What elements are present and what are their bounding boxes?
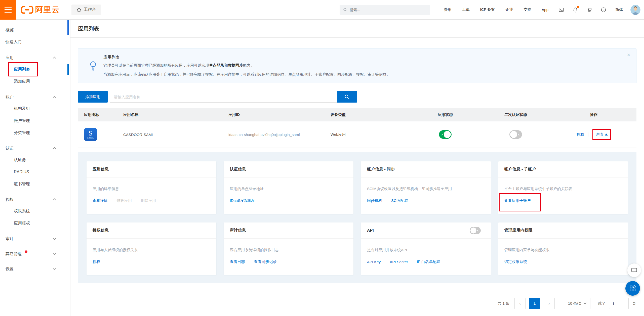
- sidebar-scrollbar-thumb[interactable]: [67, 20, 69, 35]
- sidebar-group-account[interactable]: 账户: [0, 92, 70, 103]
- sidebar-item-app-authorization[interactable]: 应用授权: [0, 217, 70, 229]
- col-device-type: 设备类型: [327, 112, 410, 117]
- banner-line-2: 当添加完应用后，应该确认应用处于启用状态，并已经完成了授权。在应用详情中，可以看…: [103, 71, 621, 78]
- toolbar: 添加应用: [78, 91, 636, 103]
- sidebar-group-application[interactable]: 应用: [0, 52, 70, 63]
- app-status-toggle[interactable]: ✓: [439, 130, 452, 139]
- chevron-up-icon: [53, 96, 56, 99]
- workbench-button[interactable]: 工作台: [71, 5, 101, 15]
- add-app-button[interactable]: 添加应用: [78, 91, 108, 103]
- pagination: 共 1 条 ‹ 1 › 10 条/页 跳至 页: [78, 298, 636, 309]
- divider: [66, 7, 66, 13]
- sidebar-group-authentication[interactable]: 认证: [0, 143, 70, 154]
- alibaba-cloud-logo[interactable]: 阿里云: [21, 5, 60, 15]
- col-app-icon: 应用图标: [78, 112, 121, 117]
- sidebar-item-account-mgmt[interactable]: 账户管理: [0, 115, 70, 127]
- chevron-down-icon: [53, 237, 56, 240]
- help-button[interactable]: ?: [601, 7, 606, 13]
- sidebar-group-authorization[interactable]: 授权: [0, 194, 70, 205]
- api-toggle[interactable]: x: [470, 227, 481, 234]
- card-in-app-permissions: 管理应用内权限 管理应用内菜单与功能权限 绑定权限系统: [498, 222, 628, 275]
- col-app-name: 应用名称: [121, 112, 226, 117]
- sidebar-item-cert-mgmt[interactable]: 证书管理: [0, 178, 70, 190]
- sync-org-link[interactable]: 同步机构: [367, 198, 382, 203]
- language-switch[interactable]: 简体: [615, 7, 623, 12]
- cloud-shell-button[interactable]: [558, 7, 564, 13]
- search-icon: [343, 8, 347, 12]
- home-icon: [76, 7, 82, 12]
- api-secret-link[interactable]: API Secret: [390, 260, 408, 264]
- nav-enterprise[interactable]: 企业: [505, 7, 513, 12]
- chevron-down-icon: [583, 301, 587, 304]
- cell-device-type: Web应用: [327, 132, 410, 137]
- app-detail-panel: 应用信息 应用的详细信息 查看详情 修改应用 删除应用: [78, 152, 636, 283]
- sidebar: 概览 快速入门 应用 应用列表 添加应用 账户 机构及组 账户管理 分类管理 认…: [0, 20, 70, 316]
- current-page[interactable]: 1: [529, 298, 540, 309]
- authorize-action[interactable]: 授权: [577, 132, 584, 137]
- card-auth-info: 认证信息 应用的单点登录地址 IDaaS发起地址: [224, 161, 354, 214]
- hamburger-menu-button[interactable]: [0, 0, 16, 20]
- view-details-link[interactable]: 查看详情: [93, 198, 108, 203]
- search-button[interactable]: [337, 91, 357, 103]
- notifications-button[interactable]: [573, 7, 578, 13]
- chat-icon: [631, 267, 637, 274]
- authorize-link[interactable]: 授权: [93, 259, 100, 264]
- sidebar-group-other-mgmt[interactable]: 其它管理: [0, 248, 70, 259]
- user-avatar[interactable]: [630, 5, 640, 15]
- bind-permission-system-link[interactable]: 绑定权限系统: [504, 259, 527, 264]
- bulb-icon: [89, 61, 97, 72]
- red-dot-badge: [25, 250, 27, 253]
- next-page-button[interactable]: ›: [544, 298, 555, 309]
- api-key-link[interactable]: API Key: [367, 260, 381, 264]
- prev-page-button[interactable]: ‹: [514, 298, 526, 309]
- cart-button[interactable]: [587, 7, 592, 13]
- sidebar-item-permission-systems[interactable]: 权限系统: [0, 205, 70, 217]
- sidebar-group-audit[interactable]: 审计: [0, 233, 70, 244]
- page-size-select[interactable]: 10 条/页: [564, 298, 590, 309]
- divider: [0, 50, 70, 50]
- sidebar-item-quick-start[interactable]: 快速入门: [0, 36, 70, 48]
- sidebar-item-add-app[interactable]: 添加应用: [0, 75, 70, 87]
- sidebar-item-category-mgmt[interactable]: 分类管理: [0, 127, 70, 139]
- idaas-sso-url-link[interactable]: IDaaS发起地址: [230, 198, 256, 203]
- app-search-input[interactable]: [110, 91, 337, 103]
- detail-action[interactable]: 详情: [592, 129, 611, 140]
- modify-app-link: 修改应用: [117, 198, 132, 203]
- close-icon[interactable]: ×: [625, 51, 632, 59]
- feedback-chat-button[interactable]: [627, 263, 641, 277]
- view-logs-link[interactable]: 查看日志: [230, 259, 245, 264]
- topbar-right: 费用 工单 ICP 备案 企业 支持 App: [340, 5, 644, 15]
- nav-support[interactable]: 支持: [524, 7, 531, 12]
- card-account-sync: 账户信息 - 同步 SCIM协议设置以及把组织机构、组同步推送至应用 同步机构 …: [361, 161, 491, 214]
- nav-billing[interactable]: 费用: [444, 7, 451, 12]
- ip-whitelist-link[interactable]: IP 白名单配置: [417, 259, 440, 264]
- nav-app[interactable]: App: [542, 8, 548, 12]
- table-header: 应用图标 应用名称 应用ID 设备类型 应用状态 二次认证状态 操作: [78, 108, 636, 121]
- scim-config-link[interactable]: SCIM配置: [391, 198, 408, 203]
- nav-icp[interactable]: ICP 备案: [480, 7, 495, 12]
- col-second-auth-status: 二次认证状态: [480, 112, 551, 117]
- sidebar-item-app-list[interactable]: 应用列表: [0, 63, 70, 75]
- search-icon: [344, 94, 349, 99]
- sidebar-item-auth-sources[interactable]: 认证源: [0, 154, 70, 166]
- cart-icon: [587, 7, 592, 13]
- app-switcher-button[interactable]: [625, 281, 640, 296]
- view-sub-accounts-link[interactable]: 查看应用子账户: [504, 198, 531, 203]
- brand-name: 阿里云: [35, 5, 60, 15]
- banner-title: 应用列表: [103, 55, 621, 60]
- workbench-label: 工作台: [84, 7, 96, 12]
- sidebar-item-radius[interactable]: RADIUS: [0, 166, 70, 178]
- cell-app-name: CASDOOR-SAML: [121, 132, 226, 137]
- sidebar-group-settings[interactable]: 设置: [0, 263, 70, 275]
- jump-to-input[interactable]: [609, 298, 629, 309]
- card-api: API x 是否对应用开放系统API API Key API: [361, 222, 491, 275]
- second-auth-toggle[interactable]: x: [509, 130, 522, 139]
- global-search-input[interactable]: [349, 8, 427, 12]
- col-actions: 操作: [551, 112, 636, 117]
- sidebar-item-org-groups[interactable]: 机构及组: [0, 103, 70, 115]
- sidebar-item-overview[interactable]: 概览: [0, 24, 70, 36]
- view-sync-records-link[interactable]: 查看同步记录: [254, 259, 277, 264]
- global-search-box[interactable]: [340, 5, 430, 15]
- nav-tickets[interactable]: 工单: [462, 7, 469, 12]
- brand-bracket-icon: [21, 6, 34, 14]
